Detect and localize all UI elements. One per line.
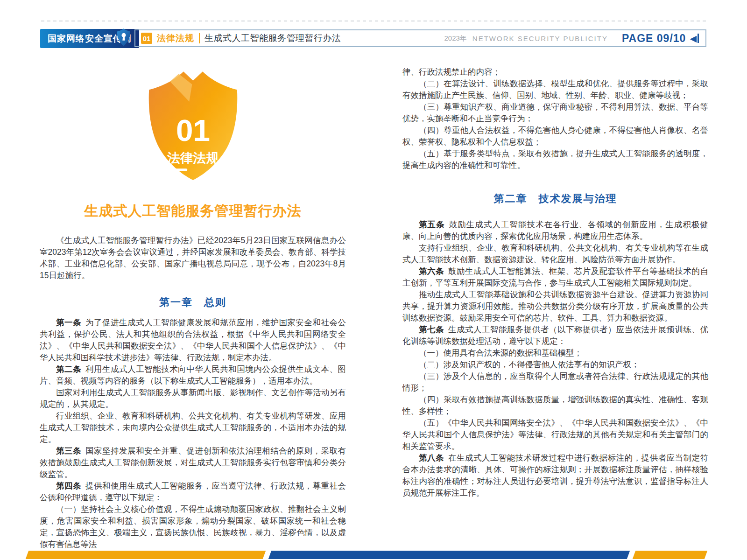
article-text: 为了促进生成式人工智能健康发展和规范应用，维护国家安全和社会公共利益，保护公民、… — [40, 318, 346, 362]
article-text: 律、行政法规禁止的内容； — [402, 67, 500, 77]
body-paragraph: 律、行政法规禁止的内容； — [402, 66, 708, 78]
footer-bar-blue — [268, 551, 630, 559]
article-text: 在生成式人工智能技术研发过程中进行数据标注的，提供者应当制定符合本办法要求的清晰… — [402, 453, 708, 497]
header-document-title: 生成式人工智能服务管理暂行办法 — [204, 32, 341, 44]
body-paragraph: （二）在算法设计、训练数据选择、模型生成和优化、提供服务等过程中，采取有效措施防… — [402, 78, 708, 101]
article-text: 利用生成式人工智能技术向中华人民共和国境内公众提供生成文本、图片、音频、视频等内… — [40, 364, 346, 385]
header-title-box: 01 法律法规 生成式人工智能服务管理暂行办法 2023年 NETWORK SE… — [134, 29, 706, 47]
footer-bar-orange-left — [26, 551, 266, 559]
chapter-2-heading: 第二章 技术发展与治理 — [402, 192, 708, 206]
page: 国家网络安全宣传周 01 法律法规 生成式人工智能服务管理暂行办法 2023年 … — [0, 0, 747, 560]
article-number: 第八条 — [419, 453, 448, 462]
article-number: 第五条 — [419, 220, 449, 229]
section-number-chip: 01 — [141, 33, 152, 44]
body-paragraph: （三）尊重知识产权、商业道德，保守商业秘密，不得利用算法、数据、平台等优势，实施… — [402, 101, 708, 125]
article-text: 提供和使用生成式人工智能服务，应当遵守法律、行政法规，尊重社会公德和伦理道德，遵… — [40, 481, 346, 502]
shield-number: 01 — [176, 113, 210, 147]
left-column: 01 法律法规 生成式人工智能服务管理暂行办法 《生成式人工智能服务管理暂行办法… — [40, 68, 346, 550]
article-text: 推动生成式人工智能基础设施和公共训练数据资源平台建设。促进算力资源协同共享，提升… — [402, 290, 708, 322]
year-label: 2023年 — [444, 34, 466, 43]
publicity-label: NETWORK SECURITY PUBLICITY — [472, 35, 608, 42]
chapter-1-heading: 第一章 总则 — [40, 295, 346, 309]
article-number: 第七条 — [419, 325, 448, 334]
article-number: 第二条 — [56, 364, 85, 374]
nav-bar-glyph — [698, 34, 699, 43]
article-text: （三）尊重知识产权、商业道德，保守商业秘密，不得利用算法、数据、平台等优势，实施… — [402, 102, 708, 123]
body-paragraph: 第一条为了促进生成式人工智能健康发展和规范应用，维护国家安全和社会公共利益，保护… — [40, 317, 346, 364]
article-text: 生成式人工智能服务提供者（以下称提供者）应当依法开展预训练、优化训练等训练数据处… — [402, 325, 708, 346]
article-text: （一）使用具有合法来源的数据和基础模型； — [419, 348, 582, 357]
left-paragraph-list: 第一条为了促进生成式人工智能健康发展和规范应用，维护国家安全和社会公共利益，保护… — [40, 317, 346, 550]
article-text: （五）基于服务类型特点，采取有效措施，提升生成式人工智能服务的透明度，提高生成内… — [402, 149, 708, 170]
body-paragraph: （一）坚持社会主义核心价值观，不得生成煽动颠覆国家政权、推翻社会主义制度，危害国… — [40, 504, 346, 550]
body-paragraph: （四）采取有效措施提高训练数据质量，增强训练数据的真实性、准确性、客观性、多样性… — [402, 394, 708, 417]
body-paragraph: 第八条在生成式人工智能技术研发过程中进行数据标注的，提供者应当制定符合本办法要求… — [402, 452, 708, 499]
article-number: 第一条 — [56, 318, 85, 327]
header-meta-group: 2023年 NETWORK SECURITY PUBLICITY PAGE 09… — [444, 32, 699, 45]
article-text: （四）采取有效措施提高训练数据质量，增强训练数据的真实性、准确性、客观性、多样性… — [402, 395, 708, 416]
body-paragraph: 第三条国家坚持发展和安全并重、促进创新和依法治理相结合的原则，采取有效措施鼓励生… — [40, 445, 346, 480]
page-indicator: PAGE 09/10 — [622, 32, 686, 45]
article-text: 行业组织、企业、教育和科研机构、公共文化机构、有关专业机构等研发、应用生成式人工… — [40, 411, 346, 444]
body-paragraph: 国家对利用生成式人工智能服务从事新闻出版、影视制作、文艺创作等活动另有规定的，从… — [40, 387, 346, 410]
body-paragraph: 第六条鼓励生成式人工智能算法、框架、芯片及配套软件平台等基础技术的自主创新，平等… — [402, 266, 708, 289]
shield-dash — [175, 168, 187, 171]
article-number: 第四条 — [56, 481, 85, 490]
header-section-group: 01 法律法规 生成式人工智能服务管理暂行办法 — [141, 32, 341, 44]
body-paragraph: 第五条鼓励生成式人工智能技术在各行业、各领域的创新应用，生成积极健康、向上向善的… — [402, 219, 708, 242]
body-paragraph: 推动生成式人工智能基础设施和公共训练数据资源平台建设。促进算力资源协同共享，提升… — [402, 289, 708, 324]
shield-label: 法律法规 — [167, 151, 219, 165]
article-text: 鼓励生成式人工智能算法、框架、芯片及配套软件平台等基础技术的自主创新，平等互利开… — [402, 266, 708, 287]
body-paragraph: （二）涉及知识产权的，不得侵害他人依法享有的知识产权； — [402, 359, 708, 371]
right-paragraph-list: 第五条鼓励生成式人工智能技术在各行业、各领域的创新应用，生成积极健康、向上向善的… — [402, 219, 708, 499]
body-paragraph: 行业组织、企业、教育和科研机构、公共文化机构、有关专业机构等研发、应用生成式人工… — [40, 410, 346, 445]
right-continuation-list: 律、行政法规禁止的内容； （二）在算法设计、训练数据选择、模型生成和优化、提供服… — [402, 66, 708, 171]
article-text: （五）《中华人民共和国网络安全法》、《中华人民共和国数据安全法》、《中华人民共和… — [402, 418, 708, 451]
article-text: （二）涉及知识产权的，不得侵害他人依法享有的知识产权； — [419, 360, 640, 369]
article-text: （二）在算法设计、训练数据选择、模型生成和优化、提供服务等过程中，采取有效措施防… — [402, 79, 708, 100]
body-paragraph: 第二条利用生成式人工智能技术向中华人民共和国境内公众提供生成文本、图片、音频、视… — [40, 364, 346, 387]
page-nav-arrow-icon: ◀ — [690, 34, 699, 43]
article-text: 国家对利用生成式人工智能服务从事新闻出版、影视制作、文艺创作等活动另有规定的，从… — [40, 388, 346, 409]
body-paragraph: （五）基于服务类型特点，采取有效措施，提升生成式人工智能服务的透明度，提高生成内… — [402, 148, 708, 171]
header-divider — [199, 33, 200, 43]
section-label: 法律法规 — [157, 32, 194, 44]
body-paragraph: 第四条提供和使用生成式人工智能服务，应当遵守法律、行政法规，尊重社会公德和伦理道… — [40, 480, 346, 504]
left-triangle-icon: ◀ — [690, 34, 697, 43]
article-text: （四）尊重他人合法权益，不得危害他人身心健康，不得侵害他人肖像权、名誉权、荣誉权… — [402, 126, 708, 147]
article-number: 第三条 — [56, 446, 85, 455]
article-text: 国家坚持发展和安全并重、促进创新和依法治理相结合的原则，采取有效措施鼓励生成式人… — [40, 446, 346, 479]
body-paragraph: （四）尊重他人合法权益，不得危害他人身心健康，不得侵害他人肖像权、名誉权、荣誉权… — [402, 125, 708, 148]
main-title: 生成式人工智能服务管理暂行办法 — [40, 203, 346, 219]
article-number: 第六条 — [419, 266, 448, 276]
body-paragraph: （三）涉及个人信息的，应当取得个人同意或者符合法律、行政法规规定的其他情形； — [402, 371, 708, 394]
body-paragraph: 支持行业组织、企业、教育和科研机构、公共文化机构、有关专业机构等在生成式人工智能… — [402, 242, 708, 266]
article-text: （一）坚持社会主义核心价值观，不得生成煽动颠覆国家政权、推翻社会主义制度，危害国… — [40, 504, 346, 549]
header-dashed-line — [41, 21, 706, 21]
body-paragraph: （五）《中华人民共和国网络安全法》、《中华人民共和国数据安全法》、《中华人民共和… — [402, 417, 708, 452]
footer-bar-orange-right — [633, 551, 708, 559]
body-paragraph: 第七条生成式人工智能服务提供者（以下称提供者）应当依法开展预训练、优化训练等训练… — [402, 324, 708, 347]
lock-shield-icon — [116, 28, 131, 47]
chapter-shield-badge: 01 法律法规 — [145, 68, 241, 183]
intro-paragraph: 《生成式人工智能服务管理暂行办法》已经2023年5月23日国家互联网信息办公室2… — [40, 235, 346, 281]
article-text: 支持行业组织、企业、教育和科研机构、公共文化机构、有关专业机构等在生成式人工智能… — [402, 243, 708, 264]
article-text: （三）涉及个人信息的，应当取得个人同意或者符合法律、行政法规规定的其他情形； — [402, 371, 708, 392]
right-column: 律、行政法规禁止的内容； （二）在算法设计、训练数据选择、模型生成和优化、提供服… — [402, 66, 708, 499]
body-paragraph: （一）使用具有合法来源的数据和基础模型； — [402, 347, 708, 359]
